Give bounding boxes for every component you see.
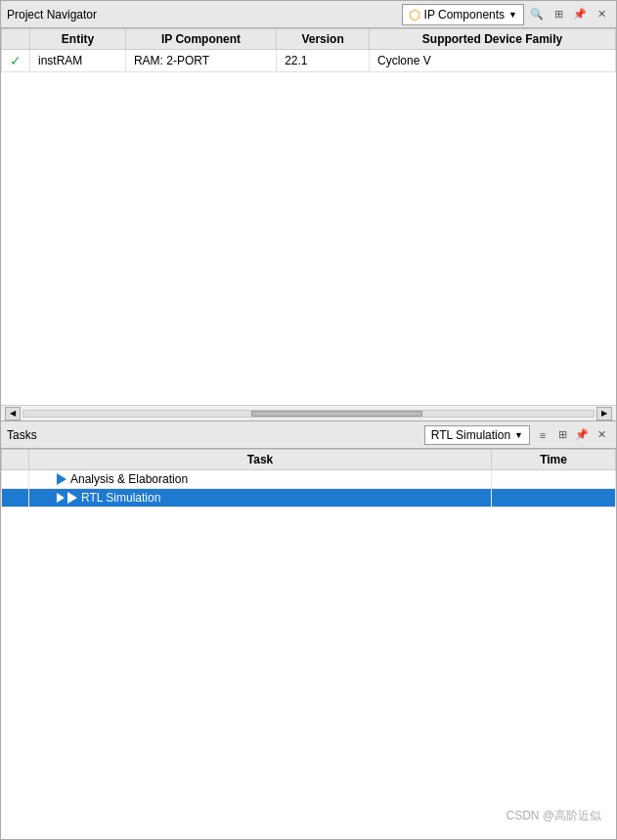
version-cell: 22.1 [277,50,370,72]
project-navigator-panel: Project Navigator ⬡ IP Components ▼ 🔍 ⊞ … [0,0,617,420]
close-icon[interactable]: ✕ [593,6,610,23]
project-navigator-header: Project Navigator ⬡ IP Components ▼ 🔍 ⊞ … [1,1,616,28]
pin-icon[interactable]: 📌 [571,6,589,23]
entity-cell: instRAM [30,50,126,72]
tasks-col-task-header: Task [29,450,492,470]
tasks-pin-icon[interactable]: 📌 [573,426,591,444]
task-row[interactable]: Analysis & Elaboration [2,470,616,489]
table-header-row: Entity IP Component Version Supported De… [2,29,616,50]
ip-components-dropdown[interactable]: ⬡ IP Components ▼ [402,4,524,25]
task-content: Analysis & Elaboration [33,472,487,486]
task-label-cell: RTL Simulation [29,489,492,508]
tasks-close-icon[interactable]: ✕ [593,426,610,444]
tasks-col-status-header [2,450,29,470]
play-icon [57,473,66,485]
status-cell: ✓ [2,50,30,72]
play-icon [67,492,77,504]
project-navigator-title: Project Navigator [7,8,97,22]
watermark: CSDN @高阶近似 [506,808,601,824]
task-time-cell [492,470,616,489]
project-table: Entity IP Component Version Supported De… [1,28,616,72]
task-row[interactable]: RTL Simulation [2,489,616,508]
header-right-controls: ⬡ IP Components ▼ 🔍 ⊞ 📌 ✕ [402,4,610,25]
tasks-layout-icon[interactable]: ⊞ [553,426,571,444]
task-status-cell [2,489,29,508]
task-status-cell [2,470,29,489]
tasks-table-container: Task Time Analysis & Elaboration RTL Sim… [1,449,616,508]
task-label: Analysis & Elaboration [70,472,188,486]
ip-components-label: IP Components [424,8,506,22]
device-family-cell: Cyclone V [369,50,615,72]
check-icon: ✓ [10,53,22,68]
col-ip-component-header: IP Component [125,29,276,50]
ip-components-icon: ⬡ [409,7,420,22]
task-label: RTL Simulation [81,491,160,505]
search-icon[interactable]: 🔍 [528,6,546,23]
col-version-header: Version [277,29,370,50]
tasks-header-row: Task Time [2,450,616,470]
scroll-left-button[interactable]: ◀ [5,407,21,420]
task-label-cell: Analysis & Elaboration [29,470,492,489]
scroll-right-button[interactable]: ▶ [596,407,612,420]
tasks-header: Tasks RTL Simulation ▼ ≡ ⊞ 📌 ✕ [1,421,616,449]
task-content: RTL Simulation [33,491,487,505]
project-table-container: Entity IP Component Version Supported De… [1,28,616,405]
tasks-dropdown-area: RTL Simulation ▼ ≡ ⊞ 📌 ✕ [424,425,610,445]
col-entity-header: Entity [30,29,126,50]
layout-icon[interactable]: ⊞ [550,6,567,23]
ip-component-cell: RAM: 2-PORT [125,50,276,72]
rtl-simulation-dropdown[interactable]: RTL Simulation ▼ [424,425,530,445]
tasks-list-icon[interactable]: ≡ [534,426,551,444]
scroll-thumb [251,411,422,417]
dropdown-arrow-icon: ▼ [508,10,517,20]
tasks-panel: Tasks RTL Simulation ▼ ≡ ⊞ 📌 ✕ Task Time [0,420,617,840]
expand-arrow-icon [57,493,65,503]
tasks-title: Tasks [7,428,37,442]
tasks-col-time-header: Time [492,450,616,470]
col-device-family-header: Supported Device Family [369,29,615,50]
horizontal-scrollbar[interactable]: ◀ ▶ [1,405,616,420]
col-status-header [2,29,30,50]
tasks-table: Task Time Analysis & Elaboration RTL Sim… [1,449,616,508]
tasks-toolbar-icons: ≡ ⊞ 📌 ✕ [534,426,610,444]
rtl-dropdown-arrow-icon: ▼ [514,430,523,440]
task-time-cell [492,489,616,508]
scroll-track[interactable] [22,410,595,418]
rtl-simulation-label: RTL Simulation [431,428,510,442]
table-row: ✓ instRAM RAM: 2-PORT 22.1 Cyclone V [2,50,616,72]
